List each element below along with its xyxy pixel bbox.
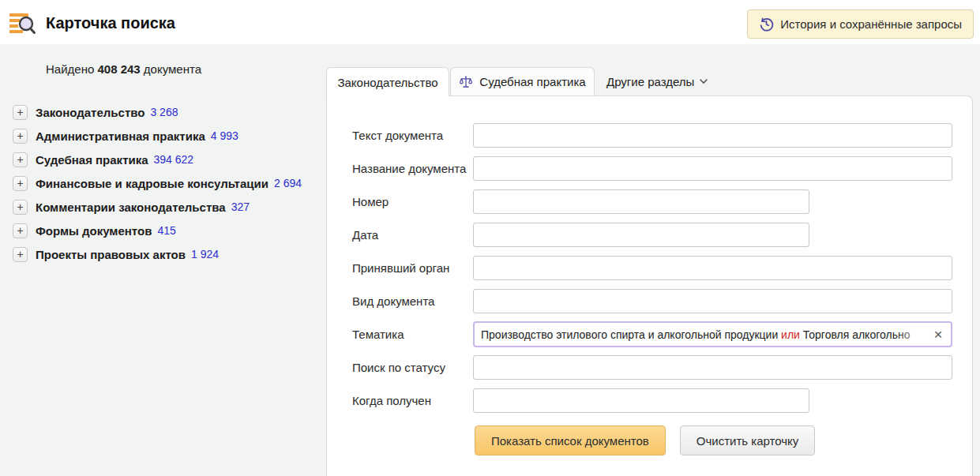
field-label: Тематика (352, 328, 473, 341)
found-count: 408 243 (97, 62, 140, 76)
field-label: Когда получен (352, 394, 473, 407)
field-label: Текст документа (352, 129, 473, 142)
show-documents-list-button[interactable]: Показать список документов (475, 425, 666, 455)
form-row-issuing-authority: Принявший орган (352, 256, 972, 280)
form-row-document-name: Название документа (352, 156, 972, 181)
document-sections-tree: + Законодательство 3 268 + Административ… (13, 100, 321, 266)
form-row-document-text: Текст документа (352, 123, 972, 148)
tree-item-label: Проекты правовых актов (36, 248, 186, 261)
field-label: Дата (352, 228, 473, 242)
field-label: Принявший орган (352, 261, 473, 275)
issuing-authority-input[interactable] (473, 256, 952, 280)
clear-topic-icon[interactable]: × (929, 325, 948, 344)
document-text-input[interactable] (473, 123, 952, 148)
chevron-down-icon (699, 77, 708, 86)
scales-icon (459, 75, 473, 89)
tab-label: Судебная практика (479, 75, 585, 88)
history-clock-icon (759, 17, 774, 32)
field-label: Название документа (352, 162, 473, 175)
tab-court-practice[interactable]: Судебная практика (450, 67, 595, 96)
form-row-number: Номер (352, 189, 972, 214)
tree-item-label: Комментарии законодательства (36, 201, 226, 214)
expand-icon[interactable]: + (13, 105, 28, 120)
history-button-label: История и сохранённые запросы (780, 17, 962, 31)
topic-value-part1: Производство этилового спирта и алкоголь… (481, 328, 778, 341)
tree-item-label: Формы документов (36, 224, 152, 238)
tree-item-label: Судебная практика (36, 153, 148, 167)
tree-item-label: Законодательство (36, 106, 145, 119)
tree-item-count: 4 993 (211, 129, 238, 142)
tree-item-court-practice[interactable]: + Судебная практика 394 622 (13, 148, 321, 171)
search-card-screen: Карточка поиска История и сохранённые за… (0, 0, 980, 476)
tree-item-count: 327 (231, 201, 250, 213)
expand-icon[interactable]: + (13, 129, 28, 144)
tree-item-count: 394 622 (154, 153, 194, 166)
tree-item-count: 1 924 (191, 248, 219, 260)
expand-icon[interactable]: + (13, 176, 28, 191)
form-row-received-date: Когда получен (352, 388, 972, 413)
topic-or-connector: или (781, 328, 800, 341)
field-label: Номер (352, 195, 473, 208)
search-card-logo-icon[interactable] (9, 11, 36, 36)
date-input[interactable] (473, 223, 809, 247)
form-row-date: Дата (352, 223, 972, 247)
tab-label: Законодательство (337, 76, 437, 89)
form-row-status-search: Поиск по статусу (352, 355, 972, 380)
tree-item-count: 415 (157, 224, 175, 237)
found-prefix: Найдено (46, 62, 94, 76)
received-date-input[interactable] (473, 388, 809, 413)
status-search-input[interactable] (473, 355, 952, 380)
tab-other-sections[interactable]: Другие разделы (606, 67, 708, 96)
field-label: Вид документа (352, 294, 473, 308)
tree-item-financial-hr-consultations[interactable]: + Финансовые и кадровые консультации 2 6… (13, 171, 321, 195)
document-name-input[interactable] (473, 156, 952, 181)
tree-item-document-forms[interactable]: + Формы документов 415 (13, 219, 321, 242)
form-row-topic: Тематика Производство этилового спирта и… (352, 322, 972, 347)
tree-item-label: Финансовые и кадровые консультации (36, 177, 268, 190)
header: Карточка поиска История и сохранённые за… (0, 0, 980, 44)
tab-legislation[interactable]: Законодательство (326, 67, 449, 96)
tab-label: Другие разделы (606, 75, 694, 88)
tree-item-count: 3 268 (150, 106, 178, 118)
found-count-line: Найдено 408 243 документа (46, 62, 201, 76)
history-saved-queries-button[interactable]: История и сохранённые запросы (747, 9, 974, 39)
field-label: Поиск по статусу (352, 361, 473, 374)
topic-value: Производство этилового спирта и алкоголь… (481, 328, 910, 341)
found-suffix: документа (144, 62, 201, 76)
form-row-document-type: Вид документа (352, 289, 972, 313)
expand-icon[interactable]: + (13, 152, 28, 167)
expand-icon[interactable]: + (13, 200, 28, 215)
tree-item-count: 2 694 (274, 177, 302, 189)
topic-input[interactable]: Производство этилового спирта и алкоголь… (473, 321, 952, 347)
page-title: Карточка поиска (46, 14, 175, 32)
expand-icon[interactable]: + (13, 223, 28, 238)
number-input[interactable] (473, 189, 809, 214)
tree-item-legislation[interactable]: + Законодательство 3 268 (13, 100, 321, 124)
search-form-panel: Текст документа Название документа Номер… (326, 96, 973, 476)
form-actions: Показать список документов Очистить карт… (475, 425, 972, 455)
document-type-input[interactable] (473, 289, 952, 313)
tree-item-draft-legal-acts[interactable]: + Проекты правовых актов 1 924 (13, 242, 321, 266)
tree-item-label: Административная практика (36, 129, 205, 143)
topic-value-part2: Торговля алкогольно (803, 328, 911, 341)
tree-item-legislation-comments[interactable]: + Комментарии законодательства 327 (13, 195, 321, 219)
clear-card-button[interactable]: Очистить карточку (680, 425, 815, 455)
tree-item-administrative-practice[interactable]: + Административная практика 4 993 (13, 124, 321, 148)
expand-icon[interactable]: + (13, 247, 28, 262)
